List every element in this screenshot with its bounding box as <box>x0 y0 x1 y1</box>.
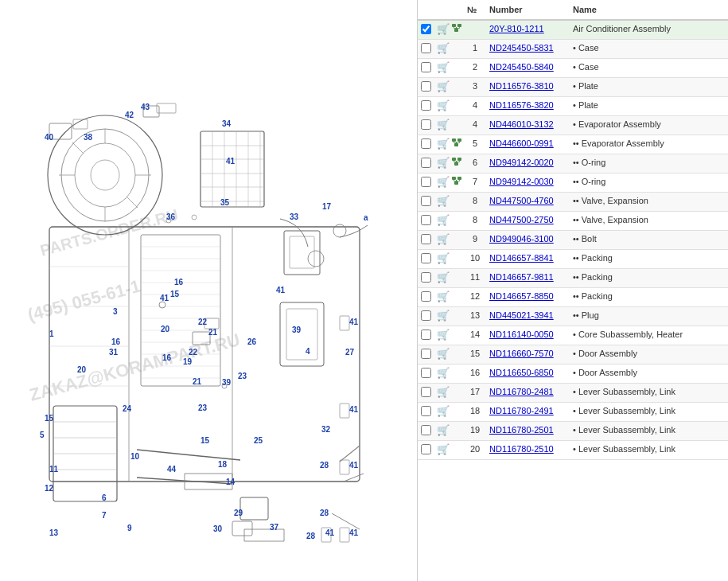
part-number-link[interactable]: ND116650-6850 <box>489 368 554 377</box>
part-number-link[interactable]: ND116780-2481 <box>489 387 554 396</box>
part-number-link[interactable]: ND447500-4760 <box>489 196 554 205</box>
row-checkbox[interactable] <box>421 196 431 206</box>
row-num: 18 <box>464 403 486 422</box>
cart-icon[interactable]: 🛒 <box>437 233 450 245</box>
row-part-number[interactable]: ND146657-8850 <box>486 288 570 307</box>
row-checkbox[interactable] <box>421 329 431 340</box>
part-number-link[interactable]: ND245450-5831 <box>489 43 554 53</box>
part-number-link[interactable]: ND447500-2750 <box>489 215 554 224</box>
part-number-link[interactable]: ND116780-2501 <box>489 425 554 435</box>
cart-icon[interactable]: 🛒 <box>437 195 450 207</box>
row-checkbox[interactable] <box>421 272 431 283</box>
part-number-link[interactable]: ND949142-0030 <box>489 177 554 186</box>
cart-icon[interactable]: 🛒 <box>437 271 450 283</box>
svg-point-66 <box>192 215 197 220</box>
cart-icon[interactable]: 🛒 <box>437 80 450 92</box>
cart-icon[interactable]: 🛒 <box>437 424 450 436</box>
row-part-number[interactable]: 20Y-810-1211 <box>486 20 570 40</box>
cart-icon[interactable]: 🛒 <box>437 310 450 322</box>
cart-icon[interactable]: 🛒 <box>437 348 450 360</box>
row-part-number[interactable]: ND116780-2491 <box>486 403 570 422</box>
tree-icon[interactable] <box>451 157 462 168</box>
row-part-number[interactable]: ND245450-5831 <box>486 40 570 59</box>
row-checkbox[interactable] <box>421 368 431 378</box>
row-part-number[interactable]: ND116780-2501 <box>486 422 570 441</box>
cart-icon[interactable]: 🛒 <box>437 367 450 379</box>
part-number-link[interactable]: 20Y-810-1211 <box>489 24 544 33</box>
part-number-link[interactable]: ND146657-8841 <box>489 253 554 263</box>
row-checkbox[interactable] <box>421 100 431 111</box>
cart-icon[interactable]: 🛒 <box>437 214 450 226</box>
row-part-number[interactable]: ND949142-0030 <box>486 174 570 193</box>
row-part-number[interactable]: ND116140-0050 <box>486 326 570 345</box>
cart-icon[interactable]: 🛒 <box>437 119 450 131</box>
row-checkbox[interactable] <box>421 177 431 187</box>
part-number-link[interactable]: ND146657-9811 <box>489 272 554 282</box>
part-number-link[interactable]: ND116660-7570 <box>489 349 554 358</box>
part-number-link[interactable]: ND446010-3132 <box>489 119 554 129</box>
part-number-link[interactable]: ND116780-2491 <box>489 406 554 415</box>
cart-icon[interactable]: 🛒 <box>437 290 450 302</box>
cart-icon[interactable]: 🛒 <box>437 405 450 417</box>
row-part-number[interactable]: ND116660-7570 <box>486 345 570 365</box>
row-checkbox[interactable] <box>421 43 431 53</box>
part-number-link[interactable]: ND116780-2510 <box>489 444 554 454</box>
row-part-number[interactable]: ND146657-8841 <box>486 250 570 269</box>
tree-icon[interactable] <box>451 176 462 187</box>
row-part-number[interactable]: ND116650-6850 <box>486 365 570 384</box>
part-number-link[interactable]: ND245450-5840 <box>489 62 554 72</box>
row-part-number[interactable]: ND146657-9811 <box>486 269 570 288</box>
svg-text:41: 41 <box>276 286 286 294</box>
cart-icon[interactable]: 🛒 <box>437 138 450 150</box>
row-checkbox[interactable] <box>421 425 431 435</box>
row-checkbox[interactable] <box>421 291 431 302</box>
row-part-number[interactable]: ND116780-2481 <box>486 384 570 403</box>
row-part-number[interactable]: ND116576-3810 <box>486 78 570 97</box>
row-checkbox[interactable] <box>421 406 431 416</box>
row-checkbox[interactable] <box>421 234 431 244</box>
row-checkbox[interactable] <box>421 215 431 225</box>
row-checkbox[interactable] <box>421 138 431 149</box>
cart-icon[interactable]: 🛒 <box>437 386 450 398</box>
row-part-number[interactable]: ND445021-3941 <box>486 307 570 326</box>
part-number-link[interactable]: ND116140-0050 <box>489 329 554 339</box>
part-number-link[interactable]: ND445021-3941 <box>489 310 554 320</box>
row-part-number[interactable]: ND949046-3100 <box>486 231 570 250</box>
row-checkbox[interactable] <box>421 444 431 454</box>
row-part-number[interactable]: ND949142-0020 <box>486 154 570 174</box>
row-checkbox[interactable] <box>421 253 431 263</box>
part-number-link[interactable]: ND949142-0020 <box>489 158 554 167</box>
row-checkbox[interactable] <box>421 119 431 130</box>
row-checkbox[interactable] <box>421 310 431 321</box>
row-part-number[interactable]: ND245450-5840 <box>486 59 570 78</box>
part-number-link[interactable]: ND949046-3100 <box>489 234 554 244</box>
part-number-link[interactable]: ND446600-0991 <box>489 138 554 148</box>
cart-icon[interactable]: 🛒 <box>437 329 450 341</box>
cart-icon[interactable]: 🛒 <box>437 252 450 264</box>
cart-icon[interactable]: 🛒 <box>437 42 450 54</box>
part-number-link[interactable]: ND116576-3810 <box>489 81 554 91</box>
row-checkbox[interactable] <box>421 62 431 72</box>
cart-icon[interactable]: 🛒 <box>437 157 450 169</box>
row-part-number[interactable]: ND446600-0991 <box>486 135 570 154</box>
cart-icon[interactable]: 🛒 <box>437 176 450 188</box>
cart-icon[interactable]: 🛒 <box>437 61 450 73</box>
row-checkbox[interactable] <box>421 349 431 359</box>
row-part-number[interactable]: ND447500-2750 <box>486 212 570 231</box>
row-part-number[interactable]: ND446010-3132 <box>486 116 570 135</box>
row-checkbox[interactable] <box>421 81 431 92</box>
row-part-number[interactable]: ND116576-3820 <box>486 97 570 116</box>
tree-icon[interactable] <box>451 23 462 34</box>
row-checkbox[interactable] <box>421 158 431 168</box>
tree-icon[interactable] <box>451 138 462 149</box>
row-checkbox[interactable] <box>421 24 431 34</box>
row-part-number[interactable]: ND447500-4760 <box>486 193 570 212</box>
part-number-link[interactable]: ND116576-3820 <box>489 100 554 110</box>
part-number-link[interactable]: ND146657-8850 <box>489 291 554 301</box>
row-checkbox[interactable] <box>421 387 431 397</box>
cart-icon[interactable]: 🛒 <box>437 99 450 111</box>
cart-icon[interactable]: 🛒 <box>437 443 450 455</box>
cart-icon[interactable]: 🛒 <box>437 23 450 35</box>
row-part-number[interactable]: ND116780-2510 <box>486 441 570 460</box>
svg-text:1: 1 <box>49 329 54 338</box>
